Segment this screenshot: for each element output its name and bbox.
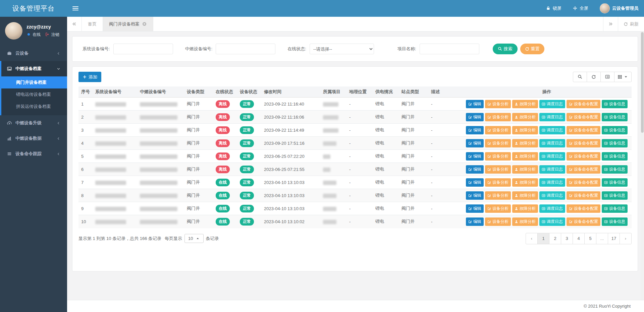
edit-button[interactable]: 编辑 xyxy=(466,217,484,226)
sidebar-subitem[interactable]: 阀门井设备档案 xyxy=(0,76,67,88)
sidebar-item[interactable]: 云设备 xyxy=(0,46,67,61)
tab-close-icon[interactable] xyxy=(142,22,147,26)
device-command-config-button[interactable]: 设备命令配置 xyxy=(567,152,600,161)
device-analysis-button[interactable]: 设备分析 xyxy=(485,126,511,134)
tabs-scroll-right-button[interactable] xyxy=(603,17,618,31)
gas-device-id-input[interactable] xyxy=(216,44,275,54)
reset-button[interactable]: 重置 xyxy=(520,44,544,54)
tab-home[interactable]: 首页 xyxy=(82,17,103,31)
vertical-scrollbar[interactable] xyxy=(641,32,644,300)
device-command-config-button[interactable]: 设备命令配置 xyxy=(567,113,600,121)
fault-analysis-button[interactable]: 故障分析 xyxy=(512,139,538,147)
device-command-config-button[interactable]: 设备命令配置 xyxy=(567,139,600,147)
fault-analysis-button[interactable]: 故障分析 xyxy=(512,217,538,226)
fault-analysis-button[interactable]: 故障分析 xyxy=(512,204,538,213)
logout-button[interactable]: 注销 xyxy=(45,32,59,38)
sidebar-item[interactable]: 设备命令跟踪 xyxy=(0,146,67,162)
device-command-config-button[interactable]: 设备命令配置 xyxy=(567,165,600,174)
sidebar-toggle-button[interactable] xyxy=(67,0,84,17)
table-search-toggle-button[interactable] xyxy=(573,72,587,82)
edit-button[interactable]: 编辑 xyxy=(466,204,484,213)
tabs-scroll-left-button[interactable] xyxy=(67,17,82,31)
device-info-button[interactable]: 设备信息 xyxy=(602,217,628,226)
edit-button[interactable]: 编辑 xyxy=(466,113,484,121)
edit-button[interactable]: 编辑 xyxy=(466,100,484,108)
fault-analysis-button[interactable]: 故障分析 xyxy=(512,152,538,161)
edit-button[interactable]: 编辑 xyxy=(466,191,484,200)
page-button[interactable]: 5 xyxy=(584,233,596,244)
sidebar-subitem[interactable]: 拼装远传设备档案 xyxy=(1,101,67,113)
fault-analysis-button[interactable]: 故障分析 xyxy=(512,100,538,108)
device-analysis-button[interactable]: 设备分析 xyxy=(485,139,511,147)
table-detail-view-button[interactable] xyxy=(600,72,614,82)
sidebar-item[interactable]: 中燃设备升级 xyxy=(0,115,67,131)
device-info-button[interactable]: 设备信息 xyxy=(602,100,628,108)
device-analysis-button[interactable]: 设备分析 xyxy=(485,165,511,174)
device-analysis-button[interactable]: 设备分析 xyxy=(485,178,511,187)
dispatch-log-button[interactable]: 调度日志 xyxy=(539,191,565,200)
device-analysis-button[interactable]: 设备分析 xyxy=(485,217,511,226)
page-button[interactable]: 3 xyxy=(561,233,573,244)
page-button[interactable]: 17 xyxy=(608,233,620,244)
table-refresh-button[interactable] xyxy=(587,72,601,82)
user-menu[interactable]: 云设备管理员 xyxy=(594,0,644,17)
fault-analysis-button[interactable]: 故障分析 xyxy=(512,178,538,187)
device-analysis-button[interactable]: 设备分析 xyxy=(485,152,511,161)
avatar[interactable] xyxy=(5,22,22,40)
device-analysis-button[interactable]: 设备分析 xyxy=(485,100,511,108)
device-command-config-button[interactable]: 设备命令配置 xyxy=(567,126,600,134)
page-prev-button[interactable]: ‹ xyxy=(526,233,538,244)
device-analysis-button[interactable]: 设备分析 xyxy=(485,204,511,213)
page-size-dropdown[interactable]: 10 xyxy=(184,234,203,243)
edit-button[interactable]: 编辑 xyxy=(466,178,484,187)
project-name-input[interactable] xyxy=(420,44,479,54)
page-next-button[interactable]: › xyxy=(620,233,632,244)
dispatch-log-button[interactable]: 调度日志 xyxy=(539,178,565,187)
sidebar-item[interactable]: 中燃设备数据 xyxy=(0,131,67,146)
table-columns-button[interactable] xyxy=(614,72,632,82)
dispatch-log-button[interactable]: 调度日志 xyxy=(539,165,565,174)
edit-button[interactable]: 编辑 xyxy=(466,152,484,161)
online-state-select[interactable]: --请选择-- xyxy=(310,44,374,54)
edit-button[interactable]: 编辑 xyxy=(466,139,484,147)
device-analysis-button[interactable]: 设备分析 xyxy=(485,191,511,200)
fault-analysis-button[interactable]: 故障分析 xyxy=(512,165,538,174)
device-command-config-button[interactable]: 设备命令配置 xyxy=(567,100,600,108)
add-button[interactable]: 添加 xyxy=(78,72,101,82)
device-info-button[interactable]: 设备信息 xyxy=(602,152,628,161)
dispatch-log-button[interactable]: 调度日志 xyxy=(539,217,565,226)
device-info-button[interactable]: 设备信息 xyxy=(602,126,628,134)
device-info-button[interactable]: 设备信息 xyxy=(602,165,628,174)
fullscreen-button[interactable]: 全屏 xyxy=(567,0,594,17)
device-info-button[interactable]: 设备信息 xyxy=(602,204,628,213)
dispatch-log-button[interactable]: 调度日志 xyxy=(539,126,565,134)
device-command-config-button[interactable]: 设备命令配置 xyxy=(567,204,600,213)
sidebar-item[interactable]: 中燃设备档案 xyxy=(1,61,67,76)
edit-button[interactable]: 编辑 xyxy=(466,126,484,134)
device-info-button[interactable]: 设备信息 xyxy=(602,191,628,200)
fault-analysis-button[interactable]: 故障分析 xyxy=(512,113,538,121)
fault-analysis-button[interactable]: 故障分析 xyxy=(512,126,538,134)
page-button[interactable]: 1 xyxy=(537,233,549,244)
page-button[interactable]: 4 xyxy=(573,233,585,244)
device-command-config-button[interactable]: 设备命令配置 xyxy=(567,217,600,226)
device-command-config-button[interactable]: 设备命令配置 xyxy=(567,178,600,187)
sidebar-subitem[interactable]: 锂电远传设备档案 xyxy=(1,88,67,101)
dispatch-log-button[interactable]: 调度日志 xyxy=(539,152,565,161)
device-info-button[interactable]: 设备信息 xyxy=(602,113,628,121)
page-button[interactable]: 2 xyxy=(549,233,561,244)
dispatch-log-button[interactable]: 调度日志 xyxy=(539,139,565,147)
system-device-id-input[interactable] xyxy=(113,44,173,54)
tab-refresh-button[interactable]: 刷新 xyxy=(618,17,644,31)
tab-valve-well-archive[interactable]: 阀门井设备档案 xyxy=(103,17,153,31)
lock-screen-button[interactable]: 锁屏 xyxy=(540,0,567,17)
edit-button[interactable]: 编辑 xyxy=(466,165,484,174)
device-command-config-button[interactable]: 设备命令配置 xyxy=(567,191,600,200)
dispatch-log-button[interactable]: 调度日志 xyxy=(539,204,565,213)
device-analysis-button[interactable]: 设备分析 xyxy=(485,113,511,121)
dispatch-log-button[interactable]: 调度日志 xyxy=(539,100,565,108)
fault-analysis-button[interactable]: 故障分析 xyxy=(512,191,538,200)
search-button[interactable]: 搜索 xyxy=(493,44,518,54)
device-info-button[interactable]: 设备信息 xyxy=(602,139,628,147)
device-info-button[interactable]: 设备信息 xyxy=(602,178,628,187)
